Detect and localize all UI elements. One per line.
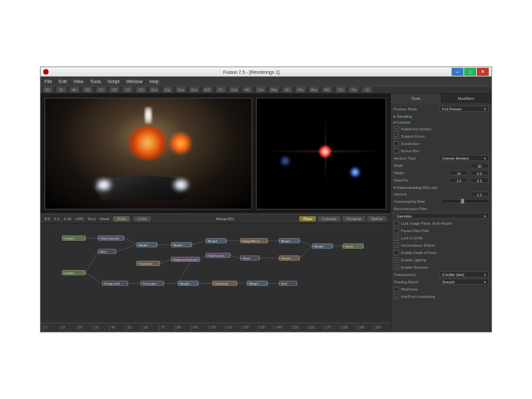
tool-flt[interactable]: Flt [216, 87, 225, 92]
time-tick[interactable]: 170 [324, 325, 338, 331]
tab-modifiers[interactable]: Modifiers [442, 94, 492, 103]
node-blur1[interactable]: Blur1 [98, 249, 116, 254]
menu-help[interactable]: Help [150, 79, 159, 84]
insp-group-controls[interactable]: Controls [394, 120, 489, 124]
param-val[interactable]: 0.5 [470, 178, 489, 183]
tool-trk[interactable]: Trk [349, 87, 358, 92]
check-antialias[interactable] [394, 294, 399, 299]
time-tick[interactable]: 60 [142, 325, 157, 331]
time-tick[interactable]: 40 [109, 325, 124, 331]
menu-file[interactable]: File [45, 79, 52, 84]
close-button[interactable]: ✕ [477, 68, 489, 76]
tool-blr[interactable]: Blr [70, 87, 79, 92]
node-hotspotflare1[interactable]: HotspotFlare1 [240, 238, 268, 243]
time-tick[interactable]: 50 [126, 325, 140, 331]
node-merge4[interactable]: Merge4 [279, 238, 300, 243]
node-colorcorrector1[interactable]: ColorCorrector1 [98, 235, 124, 241]
flowbar-item[interactable]: LRG [75, 217, 83, 221]
check[interactable] [394, 235, 399, 241]
check-subdivision[interactable] [394, 141, 399, 146]
tool-grd[interactable]: Grd [229, 87, 239, 92]
insp-group-sampling[interactable]: Sampling [394, 114, 489, 118]
tool-bl[interactable]: Bl [57, 87, 66, 92]
check[interactable] [394, 228, 399, 233]
time-ruler[interactable]: 0102030405060708090100110120130140150160… [41, 323, 390, 332]
time-tick[interactable]: 180 [340, 325, 355, 331]
tool-bc[interactable]: BC [43, 87, 53, 92]
time-tick[interactable]: 0 [43, 325, 58, 331]
node-merge5[interactable]: Merge5 [312, 243, 333, 249]
menu-edit[interactable]: Edit [59, 79, 66, 84]
time-tick[interactable]: 150 [291, 325, 305, 331]
node-loader2[interactable]: Loader2 [62, 270, 86, 275]
time-tick[interactable]: 20 [76, 325, 91, 331]
time-tick[interactable]: 140 [274, 325, 289, 331]
check[interactable] [394, 221, 399, 226]
menu-window[interactable]: Window [126, 79, 143, 84]
time-tick[interactable]: 90 [192, 325, 206, 331]
time-tick[interactable]: 160 [307, 325, 322, 331]
menu-script[interactable]: Script [108, 79, 120, 84]
node-blur2[interactable]: Blur2 [279, 281, 297, 286]
check[interactable] [394, 257, 399, 263]
viewer-left[interactable] [45, 98, 252, 209]
flowbar-item[interactable]: 1:10 [64, 217, 72, 221]
param-val[interactable]: 50 [470, 163, 489, 168]
iteration-combo[interactable]: Uneven Iteration [440, 155, 489, 161]
tool-cc[interactable]: CC [96, 87, 106, 92]
param-val[interactable]: 1.0 [450, 178, 468, 183]
process-mode-combo[interactable]: Full Frames [440, 106, 489, 112]
check[interactable] [394, 265, 399, 270]
transparency-combo[interactable]: Z-buffer (fast) [440, 271, 489, 277]
node-merge3[interactable]: Merge3 [205, 238, 227, 243]
node-rectangle1[interactable]: Rectangle1 [140, 281, 164, 286]
node-resize1[interactable]: Resize1 [279, 255, 300, 261]
time-tick[interactable]: 30 [92, 325, 107, 331]
panel-tab-timeline[interactable]: Timeline [342, 216, 365, 221]
node-glow1[interactable]: Glow1 [240, 255, 260, 261]
tool-ct[interactable]: CT [123, 87, 132, 92]
menu-tools[interactable]: Tools [90, 79, 100, 84]
flowbar-item[interactable]: 0:0 [45, 217, 50, 221]
tool-crp[interactable]: Crp [163, 87, 172, 92]
tool-ck[interactable]: CK [136, 87, 146, 92]
time-tick[interactable]: 120 [241, 325, 256, 331]
tool-drv[interactable]: Drv [190, 87, 199, 92]
node-merge2[interactable]: Merge2 [171, 242, 192, 247]
tool-pnt[interactable]: Pnt [296, 87, 305, 92]
check[interactable] [394, 250, 399, 255]
tab-tools[interactable]: Tools [391, 94, 442, 103]
tool-erd[interactable]: ErD [203, 87, 212, 92]
minimize-button[interactable]: ─ [452, 68, 464, 76]
check-wireframe[interactable] [394, 287, 399, 292]
menu-view[interactable]: View [73, 79, 83, 84]
panel-tab-console[interactable]: Console [318, 216, 340, 221]
time-tick[interactable]: 100 [208, 325, 223, 331]
time-tick[interactable]: 130 [258, 325, 273, 331]
node-merge6[interactable]: Merge6 [178, 281, 199, 286]
node-transform2[interactable]: Transform2 [212, 281, 237, 286]
tool-cnv[interactable]: Cnv [150, 87, 159, 92]
time-tick[interactable]: 70 [159, 325, 174, 331]
tool-mt[interactable]: Mt [283, 87, 292, 92]
time-tick[interactable]: 190 [356, 325, 371, 331]
flowbar-tab-cons[interactable]: Cons [134, 216, 151, 221]
param-slider[interactable] [442, 200, 489, 202]
node-merge7[interactable]: Merge7 [247, 281, 268, 286]
check-motion blur[interactable] [394, 148, 399, 154]
check[interactable] [394, 243, 399, 248]
param-val[interactable]: 16 [450, 170, 468, 176]
flowbar-item[interactable]: 1:1 [54, 217, 59, 221]
viewer-right[interactable] [256, 98, 386, 209]
node-loader1[interactable]: Loader1 [62, 235, 86, 241]
tool-dsp[interactable]: Dsp [176, 87, 186, 92]
time-tick[interactable]: 80 [176, 325, 190, 331]
node-merge1[interactable]: Merge1 [136, 242, 158, 247]
node-background1[interactable]: Background1 [102, 281, 128, 286]
node-transform1[interactable]: Transform1 [136, 261, 160, 266]
time-tick[interactable]: 200 [373, 325, 388, 331]
maximize-button[interactable]: □ [464, 68, 476, 76]
tool-rct[interactable]: Rct [323, 87, 332, 92]
tool-hc[interactable]: HC [243, 87, 252, 92]
tool-bg[interactable]: BG [83, 87, 92, 92]
